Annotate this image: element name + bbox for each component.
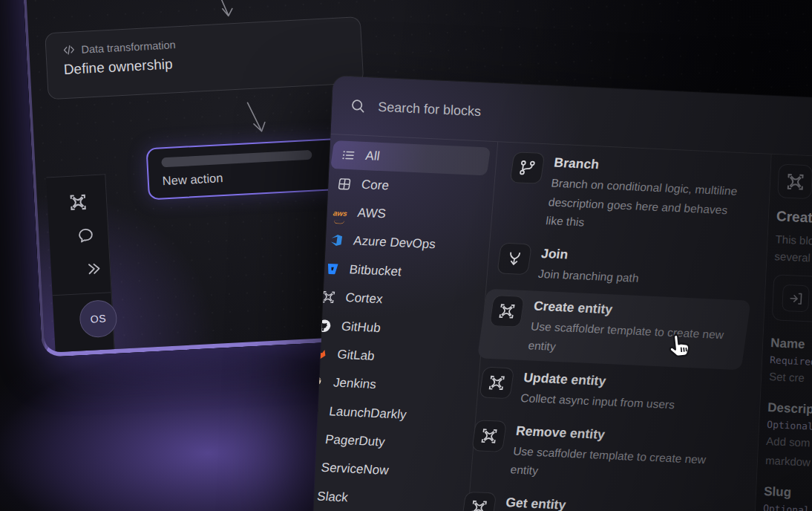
- bitbucket-icon: [324, 261, 341, 277]
- category-label: Azure DevOps: [353, 234, 436, 253]
- rail-divider: [53, 292, 111, 296]
- core-grid-icon: [336, 176, 353, 192]
- block-remove-entity[interactable]: Remove entity Use scaffolder template to…: [459, 413, 733, 495]
- chat-icon[interactable]: [76, 226, 95, 247]
- field-desc: markdow: [765, 452, 812, 475]
- input-icon: [782, 284, 810, 313]
- search-input[interactable]: [378, 99, 812, 137]
- block-join[interactable]: Join Join branching path: [488, 236, 759, 299]
- category-label: Jenkins: [333, 376, 377, 393]
- block-content: Branch Branch on conditional logic, mult…: [545, 154, 750, 239]
- node-tag-label: Data transformation: [81, 39, 176, 56]
- azure-devops-icon: [328, 232, 345, 248]
- block-title: Get entity: [505, 493, 626, 511]
- aws-icon: aws: [332, 204, 349, 220]
- branch-icon: [510, 152, 546, 184]
- cortex-logo-icon[interactable]: [68, 192, 89, 215]
- user-avatar[interactable]: OS: [79, 299, 118, 339]
- block-update-entity[interactable]: Update entity Collect async input from u…: [470, 360, 741, 423]
- inputs-card[interactable]: [772, 274, 812, 328]
- detail-title: Create entity: [776, 208, 812, 231]
- category-label: PagerDuty: [324, 432, 386, 450]
- block-desc: Branch on conditional logic, multiline d…: [545, 174, 747, 239]
- cursor-pointer: [664, 331, 695, 362]
- cortex-icon: [479, 367, 514, 400]
- new-action-label: New action: [162, 165, 332, 188]
- block-desc: Use scaffolder template to create new en…: [527, 316, 727, 363]
- field-desc: Set cre: [769, 368, 812, 391]
- detail-desc: several: [774, 247, 812, 271]
- cortex-icon: [471, 420, 507, 452]
- block-desc: Use scaffolder template to create new en…: [509, 441, 709, 488]
- block-content: Join Join branching path: [537, 244, 644, 287]
- code-icon: [62, 43, 76, 56]
- block-branch[interactable]: Branch Branch on conditional logic, mult…: [495, 146, 772, 246]
- field-slug: Slug Optional: [763, 484, 812, 511]
- category-label: Slack: [316, 489, 349, 506]
- block-content: Remove entity Use scaffolder template to…: [509, 421, 712, 487]
- block-create-entity[interactable]: Create entity Use scaffolder template to…: [477, 289, 751, 371]
- category-label: Cortex: [344, 290, 384, 307]
- category-label: ServiceNow: [320, 460, 389, 478]
- category-label: Core: [361, 178, 390, 194]
- list-all-icon: [340, 148, 357, 163]
- cortex-icon: [461, 491, 497, 511]
- block-title: Join: [540, 244, 644, 267]
- cortex-icon: [777, 163, 812, 199]
- field-optional-tag: Optional: [763, 503, 812, 511]
- avatar-initials: OS: [90, 313, 106, 325]
- block-picker-modal: All Core aws AWS: [312, 76, 812, 511]
- expand-chevrons-icon[interactable]: [85, 260, 102, 280]
- block-desc: Join branching path: [537, 264, 641, 287]
- category-label: AWS: [356, 206, 387, 222]
- node-new-action[interactable]: New action: [145, 137, 347, 200]
- cortex-icon: [489, 295, 525, 328]
- block-content: Update entity Collect async input from u…: [520, 368, 679, 414]
- skeleton-placeholder: [161, 150, 312, 168]
- category-label: All: [364, 149, 381, 164]
- side-rail: OS: [46, 174, 115, 357]
- field-description: Description Optional Add som markdow: [765, 400, 812, 475]
- search-icon: [350, 97, 367, 114]
- category-label: Bitbucket: [348, 262, 402, 279]
- category-label: GitLab: [336, 348, 376, 364]
- block-content: Get entity Transform data with JQ: [502, 493, 626, 511]
- join-icon: [497, 242, 532, 275]
- screenshot-stage: Data transformation Define ownership New…: [0, 0, 812, 511]
- category-label: GitHub: [340, 319, 382, 335]
- block-content: Create entity Use scaffolder template to…: [527, 297, 730, 363]
- field-name: Name Required Set cre: [769, 336, 812, 391]
- category-label: LaunchDarkly: [328, 404, 407, 423]
